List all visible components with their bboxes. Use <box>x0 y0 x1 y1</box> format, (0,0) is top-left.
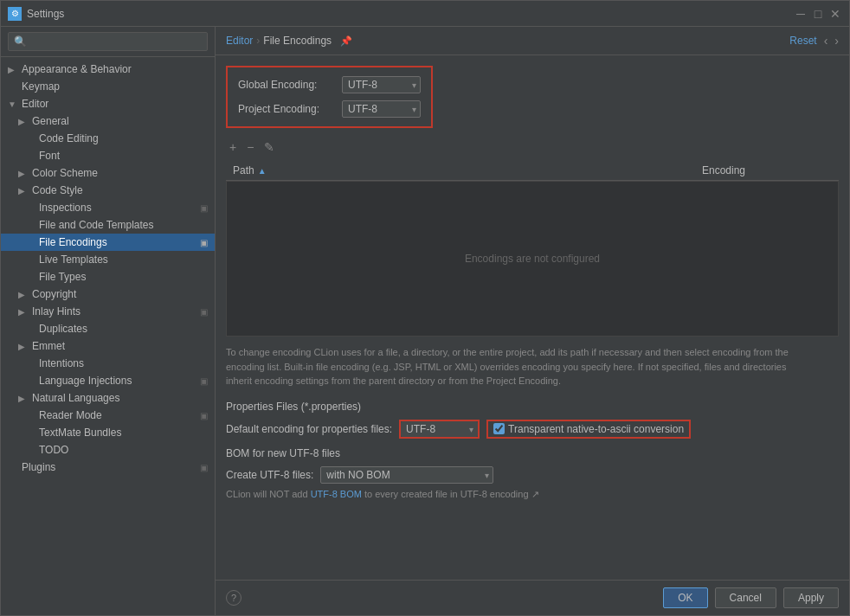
window-controls: ─ □ ✕ <box>794 7 842 21</box>
sidebar-label-code-style: Code Style <box>32 184 83 196</box>
encoding-column-header: Encoding <box>702 164 832 176</box>
breadcrumb-separator: › <box>256 35 260 47</box>
global-encoding-select[interactable]: UTF-8 ISO-8859-1 US-ASCII <box>342 76 421 93</box>
bom-title: BOM for new UTF-8 files <box>226 447 839 459</box>
table-toolbar: + − ✎ <box>226 138 839 156</box>
sidebar-label-general: General <box>32 115 69 127</box>
expand-arrow-copyright: ▶ <box>18 290 29 299</box>
remove-button[interactable]: − <box>243 138 257 156</box>
window-icon: ⚙ <box>8 7 22 21</box>
sidebar-item-inspections[interactable]: ▶ Inspections ▣ <box>1 199 215 216</box>
sidebar-label-code-editing: Code Editing <box>39 132 99 144</box>
reset-button[interactable]: Reset <box>789 35 816 47</box>
sidebar-label-duplicates: Duplicates <box>39 323 87 335</box>
expand-arrow-natural-languages: ▶ <box>18 394 29 403</box>
expand-arrow-editor: ▼ <box>8 99 18 109</box>
sidebar-item-reader-mode[interactable]: ▶ Reader Mode ▣ <box>1 407 215 424</box>
file-encodings-icon: ▣ <box>200 238 208 247</box>
help-button[interactable]: ? <box>226 590 241 606</box>
edit-button[interactable]: ✎ <box>261 138 278 156</box>
sidebar-item-appearance[interactable]: ▶ Appearance & Behavior <box>1 61 215 78</box>
sidebar-label-inspections: Inspections <box>39 202 92 214</box>
nav-forward-button[interactable]: › <box>834 34 839 48</box>
bom-create-row: Create UTF-8 files: with NO BOM with BOM <box>226 466 839 484</box>
main-header: Editor › File Encodings 📌 Reset ‹ › <box>216 27 849 55</box>
sidebar-item-general[interactable]: ▶ General <box>1 112 215 130</box>
sidebar-item-language-injections[interactable]: ▶ Language Injections ▣ <box>1 372 215 389</box>
sidebar-item-code-editing[interactable]: ▶ Code Editing <box>1 130 215 147</box>
sidebar-label-language-injections: Language Injections <box>39 375 132 387</box>
bom-note: CLion will NOT add UTF-8 BOM to every cr… <box>226 489 839 500</box>
settings-tree: ▶ Appearance & Behavior ▶ Keymap ▼ Edito… <box>1 57 215 615</box>
sidebar-label-reader-mode: Reader Mode <box>39 409 102 421</box>
breadcrumb-pin-icon: 📌 <box>340 35 352 47</box>
sidebar-item-natural-languages[interactable]: ▶ Natural Languages <box>1 389 215 407</box>
add-button[interactable]: + <box>226 138 240 156</box>
sidebar-item-font[interactable]: ▶ Font <box>1 147 215 164</box>
breadcrumb-current: File Encodings <box>263 35 332 47</box>
sidebar-item-duplicates[interactable]: ▶ Duplicates <box>1 320 215 337</box>
ok-button[interactable]: OK <box>663 587 707 608</box>
expand-arrow-color-scheme: ▶ <box>18 169 29 178</box>
sidebar-item-emmet[interactable]: ▶ Emmet <box>1 337 215 355</box>
project-encoding-select[interactable]: UTF-8 ISO-8859-1 US-ASCII <box>342 100 421 118</box>
transparent-conversion-checkbox[interactable] <box>493 423 505 434</box>
sidebar-item-plugins[interactable]: ▶ Plugins ▣ <box>1 459 215 476</box>
sidebar-item-live-templates[interactable]: ▶ Live Templates <box>1 251 215 268</box>
bom-note-link[interactable]: UTF-8 BOM <box>311 489 362 499</box>
apply-button[interactable]: Apply <box>783 587 839 608</box>
main-content-area: ▶ Appearance & Behavior ▶ Keymap ▼ Edito… <box>1 27 849 615</box>
sidebar-item-file-code-templates[interactable]: ▶ File and Code Templates <box>1 216 215 234</box>
sidebar-item-file-encodings[interactable]: ▶ File Encodings ▣ <box>1 234 215 251</box>
footer-left: ? <box>226 590 241 606</box>
sidebar-item-copyright[interactable]: ▶ Copyright <box>1 286 215 303</box>
encoding-section: Global Encoding: UTF-8 ISO-8859-1 US-ASC… <box>226 66 433 128</box>
sidebar-label-inlay-hints: Inlay Hints <box>32 305 80 318</box>
project-encoding-label: Project Encoding: <box>238 103 342 115</box>
sidebar-item-todo[interactable]: ▶ TODO <box>1 441 215 459</box>
expand-arrow-emmet: ▶ <box>18 342 29 351</box>
sidebar-item-editor[interactable]: ▼ Editor <box>1 95 215 112</box>
sidebar: ▶ Appearance & Behavior ▶ Keymap ▼ Edito… <box>1 27 216 615</box>
sidebar-label-file-code-templates: File and Code Templates <box>39 219 154 231</box>
props-checkbox-wrapper: Transparent native-to-ascii conversion <box>486 420 691 439</box>
breadcrumb-editor-link[interactable]: Editor <box>226 35 253 47</box>
search-input[interactable] <box>8 32 208 51</box>
global-encoding-label: Global Encoding: <box>238 79 342 91</box>
nav-back-button[interactable]: ‹ <box>824 34 828 48</box>
sidebar-item-inlay-hints[interactable]: ▶ Inlay Hints ▣ <box>1 303 215 320</box>
sidebar-label-natural-languages: Natural Languages <box>32 392 119 404</box>
encoding-label: Encoding <box>702 164 745 176</box>
project-encoding-select-wrapper: UTF-8 ISO-8859-1 US-ASCII <box>342 100 421 118</box>
sidebar-label-keymap: Keymap <box>22 80 60 93</box>
bom-section: BOM for new UTF-8 files Create UTF-8 fil… <box>226 447 839 500</box>
breadcrumb: Editor › File Encodings 📌 <box>226 35 789 47</box>
sidebar-label-copyright: Copyright <box>32 288 76 300</box>
cancel-button[interactable]: Cancel <box>715 587 776 608</box>
close-button[interactable]: ✕ <box>828 7 842 21</box>
minimize-button[interactable]: ─ <box>794 7 808 21</box>
maximize-button[interactable]: □ <box>811 7 825 21</box>
sidebar-label-intentions: Intentions <box>39 357 84 369</box>
expand-arrow-inlay-hints: ▶ <box>18 307 29 317</box>
sidebar-item-color-scheme[interactable]: ▶ Color Scheme <box>1 164 215 182</box>
sidebar-label-emmet: Emmet <box>32 340 65 352</box>
language-injections-icon: ▣ <box>200 376 208 386</box>
props-encoding-select-wrapper: UTF-8 ISO-8859-1 <box>399 420 480 439</box>
sidebar-item-code-style[interactable]: ▶ Code Style <box>1 182 215 199</box>
encoding-table-header: Path ▲ Encoding <box>226 161 839 181</box>
sidebar-item-keymap[interactable]: ▶ Keymap <box>1 78 215 95</box>
bom-note-suffix: to every created file in UTF-8 encoding … <box>362 489 539 499</box>
sidebar-label-editor: Editor <box>22 98 48 110</box>
sort-arrow-icon: ▲ <box>258 166 267 176</box>
bom-select-wrapper: with NO BOM with BOM <box>320 466 493 484</box>
empty-message: Encodings are not configured <box>465 253 600 265</box>
bom-select[interactable]: with NO BOM with BOM <box>320 466 493 484</box>
sidebar-item-intentions[interactable]: ▶ Intentions <box>1 355 215 372</box>
sidebar-item-file-types[interactable]: ▶ File Types <box>1 268 215 286</box>
sidebar-label-font: Font <box>39 150 60 162</box>
props-encoding-select[interactable]: UTF-8 ISO-8859-1 <box>401 421 478 437</box>
search-container <box>1 27 215 57</box>
sidebar-label-file-types: File Types <box>39 271 86 283</box>
sidebar-item-textmate-bundles[interactable]: ▶ TextMate Bundles <box>1 424 215 441</box>
